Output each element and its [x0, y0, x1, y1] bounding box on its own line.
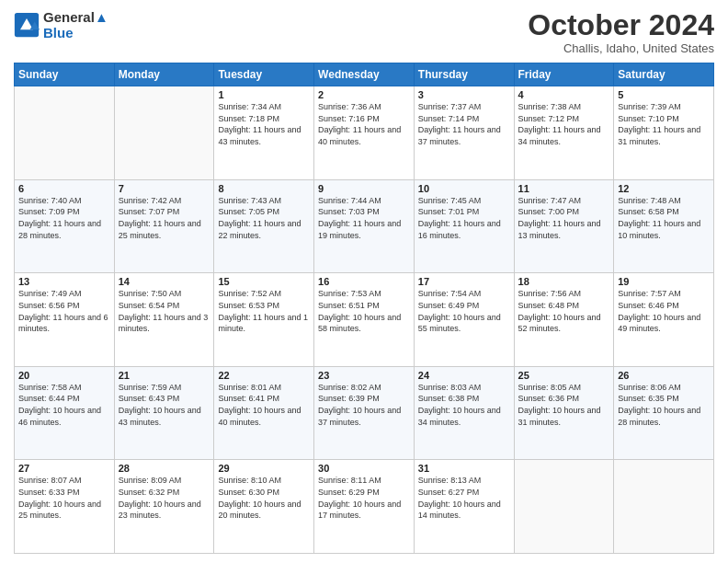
day-info: Sunrise: 7:52 AM Sunset: 6:53 PM Dayligh…	[218, 288, 310, 334]
day-info: Sunrise: 7:50 AM Sunset: 6:54 PM Dayligh…	[119, 288, 210, 334]
week-row-1: 1Sunrise: 7:34 AM Sunset: 7:18 PM Daylig…	[15, 86, 714, 180]
calendar-cell: 31Sunrise: 8:13 AM Sunset: 6:27 PM Dayli…	[414, 460, 514, 554]
calendar-cell: 2Sunrise: 7:36 AM Sunset: 7:16 PM Daylig…	[314, 86, 415, 180]
day-number: 30	[318, 463, 410, 474]
weekday-header-tuesday: Tuesday	[214, 63, 314, 86]
calendar-cell: 4Sunrise: 7:38 AM Sunset: 7:12 PM Daylig…	[514, 86, 614, 180]
calendar-cell	[614, 460, 714, 554]
day-number: 1	[218, 89, 310, 100]
day-info: Sunrise: 8:01 AM Sunset: 6:41 PM Dayligh…	[218, 382, 310, 428]
day-info: Sunrise: 7:54 AM Sunset: 6:49 PM Dayligh…	[418, 288, 510, 334]
week-row-5: 27Sunrise: 8:07 AM Sunset: 6:33 PM Dayli…	[15, 460, 714, 554]
calendar-cell: 17Sunrise: 7:54 AM Sunset: 6:49 PM Dayli…	[414, 273, 514, 367]
calendar-cell: 18Sunrise: 7:56 AM Sunset: 6:48 PM Dayli…	[514, 273, 614, 367]
day-info: Sunrise: 8:05 AM Sunset: 6:36 PM Dayligh…	[518, 382, 610, 428]
month-title: October 2024	[528, 9, 714, 41]
calendar-cell: 29Sunrise: 8:10 AM Sunset: 6:30 PM Dayli…	[214, 460, 314, 554]
day-number: 15	[218, 276, 310, 287]
day-number: 21	[119, 370, 210, 381]
calendar-cell: 20Sunrise: 7:58 AM Sunset: 6:44 PM Dayli…	[15, 366, 115, 460]
calendar-cell: 13Sunrise: 7:49 AM Sunset: 6:56 PM Dayli…	[15, 273, 115, 367]
day-info: Sunrise: 7:53 AM Sunset: 6:51 PM Dayligh…	[318, 288, 410, 334]
calendar-cell: 27Sunrise: 8:07 AM Sunset: 6:33 PM Dayli…	[15, 460, 115, 554]
calendar-cell	[114, 86, 214, 180]
day-number: 19	[618, 276, 710, 287]
calendar-cell: 24Sunrise: 8:03 AM Sunset: 6:38 PM Dayli…	[414, 366, 514, 460]
day-info: Sunrise: 7:57 AM Sunset: 6:46 PM Dayligh…	[618, 288, 710, 334]
day-info: Sunrise: 7:56 AM Sunset: 6:48 PM Dayligh…	[518, 288, 610, 334]
calendar-cell: 3Sunrise: 7:37 AM Sunset: 7:14 PM Daylig…	[414, 86, 514, 180]
day-number: 24	[418, 370, 510, 381]
calendar-cell: 21Sunrise: 7:59 AM Sunset: 6:43 PM Dayli…	[114, 366, 214, 460]
day-number: 3	[418, 89, 510, 100]
calendar-cell: 1Sunrise: 7:34 AM Sunset: 7:18 PM Daylig…	[214, 86, 314, 180]
day-info: Sunrise: 8:10 AM Sunset: 6:30 PM Dayligh…	[218, 475, 310, 521]
calendar-table: SundayMondayTuesdayWednesdayThursdayFrid…	[14, 63, 714, 554]
location: Challis, Idaho, United States	[528, 41, 714, 55]
day-info: Sunrise: 8:02 AM Sunset: 6:39 PM Dayligh…	[318, 382, 410, 428]
weekday-header-saturday: Saturday	[614, 63, 714, 86]
header: General▲ Blue October 2024 Challis, Idah…	[14, 9, 714, 55]
day-number: 27	[18, 463, 110, 474]
day-info: Sunrise: 7:43 AM Sunset: 7:05 PM Dayligh…	[218, 195, 310, 241]
day-info: Sunrise: 7:45 AM Sunset: 7:01 PM Dayligh…	[418, 195, 510, 241]
day-number: 9	[318, 183, 410, 194]
title-block: October 2024 Challis, Idaho, United Stat…	[528, 9, 714, 55]
logo-text: General▲ Blue	[43, 9, 108, 40]
calendar-cell: 5Sunrise: 7:39 AM Sunset: 7:10 PM Daylig…	[614, 86, 714, 180]
weekday-header-row: SundayMondayTuesdayWednesdayThursdayFrid…	[15, 63, 714, 86]
day-number: 14	[119, 276, 210, 287]
day-number: 28	[119, 463, 210, 474]
day-number: 17	[418, 276, 510, 287]
calendar-cell: 26Sunrise: 8:06 AM Sunset: 6:35 PM Dayli…	[614, 366, 714, 460]
calendar-cell	[514, 460, 614, 554]
day-info: Sunrise: 7:47 AM Sunset: 7:00 PM Dayligh…	[518, 195, 610, 241]
day-number: 16	[318, 276, 410, 287]
calendar-cell: 16Sunrise: 7:53 AM Sunset: 6:51 PM Dayli…	[314, 273, 415, 367]
weekday-header-friday: Friday	[514, 63, 614, 86]
day-number: 7	[119, 183, 210, 194]
day-number: 10	[418, 183, 510, 194]
day-info: Sunrise: 7:34 AM Sunset: 7:18 PM Dayligh…	[218, 101, 310, 147]
day-number: 5	[618, 89, 710, 100]
day-info: Sunrise: 7:58 AM Sunset: 6:44 PM Dayligh…	[18, 382, 110, 428]
logo: General▲ Blue	[14, 9, 108, 40]
day-number: 20	[18, 370, 110, 381]
day-number: 23	[318, 370, 410, 381]
weekday-header-monday: Monday	[114, 63, 214, 86]
calendar-cell: 8Sunrise: 7:43 AM Sunset: 7:05 PM Daylig…	[214, 179, 314, 273]
calendar-cell: 11Sunrise: 7:47 AM Sunset: 7:00 PM Dayli…	[514, 179, 614, 273]
calendar-cell: 6Sunrise: 7:40 AM Sunset: 7:09 PM Daylig…	[15, 179, 115, 273]
day-info: Sunrise: 8:11 AM Sunset: 6:29 PM Dayligh…	[318, 475, 410, 521]
calendar-cell: 22Sunrise: 8:01 AM Sunset: 6:41 PM Dayli…	[214, 366, 314, 460]
calendar-cell: 25Sunrise: 8:05 AM Sunset: 6:36 PM Dayli…	[514, 366, 614, 460]
calendar-cell: 10Sunrise: 7:45 AM Sunset: 7:01 PM Dayli…	[414, 179, 514, 273]
calendar-cell: 23Sunrise: 8:02 AM Sunset: 6:39 PM Dayli…	[314, 366, 415, 460]
day-info: Sunrise: 7:40 AM Sunset: 7:09 PM Dayligh…	[18, 195, 110, 241]
day-number: 11	[518, 183, 610, 194]
day-number: 25	[518, 370, 610, 381]
day-info: Sunrise: 7:36 AM Sunset: 7:16 PM Dayligh…	[318, 101, 410, 147]
day-info: Sunrise: 7:39 AM Sunset: 7:10 PM Dayligh…	[618, 101, 710, 147]
day-number: 29	[218, 463, 310, 474]
logo-icon	[14, 12, 40, 38]
calendar-cell: 14Sunrise: 7:50 AM Sunset: 6:54 PM Dayli…	[114, 273, 214, 367]
day-number: 31	[418, 463, 510, 474]
day-number: 13	[18, 276, 110, 287]
day-info: Sunrise: 7:37 AM Sunset: 7:14 PM Dayligh…	[418, 101, 510, 147]
day-info: Sunrise: 8:03 AM Sunset: 6:38 PM Dayligh…	[418, 382, 510, 428]
day-info: Sunrise: 7:49 AM Sunset: 6:56 PM Dayligh…	[18, 288, 110, 334]
day-info: Sunrise: 7:44 AM Sunset: 7:03 PM Dayligh…	[318, 195, 410, 241]
calendar-cell: 28Sunrise: 8:09 AM Sunset: 6:32 PM Dayli…	[114, 460, 214, 554]
page: General▲ Blue October 2024 Challis, Idah…	[0, 0, 728, 563]
calendar-cell: 30Sunrise: 8:11 AM Sunset: 6:29 PM Dayli…	[314, 460, 415, 554]
day-info: Sunrise: 8:06 AM Sunset: 6:35 PM Dayligh…	[618, 382, 710, 428]
day-info: Sunrise: 8:09 AM Sunset: 6:32 PM Dayligh…	[119, 475, 210, 521]
day-info: Sunrise: 7:48 AM Sunset: 6:58 PM Dayligh…	[618, 195, 710, 241]
calendar-cell: 15Sunrise: 7:52 AM Sunset: 6:53 PM Dayli…	[214, 273, 314, 367]
week-row-2: 6Sunrise: 7:40 AM Sunset: 7:09 PM Daylig…	[15, 179, 714, 273]
day-info: Sunrise: 7:42 AM Sunset: 7:07 PM Dayligh…	[119, 195, 210, 241]
calendar-cell	[15, 86, 115, 180]
week-row-4: 20Sunrise: 7:58 AM Sunset: 6:44 PM Dayli…	[15, 366, 714, 460]
day-number: 4	[518, 89, 610, 100]
